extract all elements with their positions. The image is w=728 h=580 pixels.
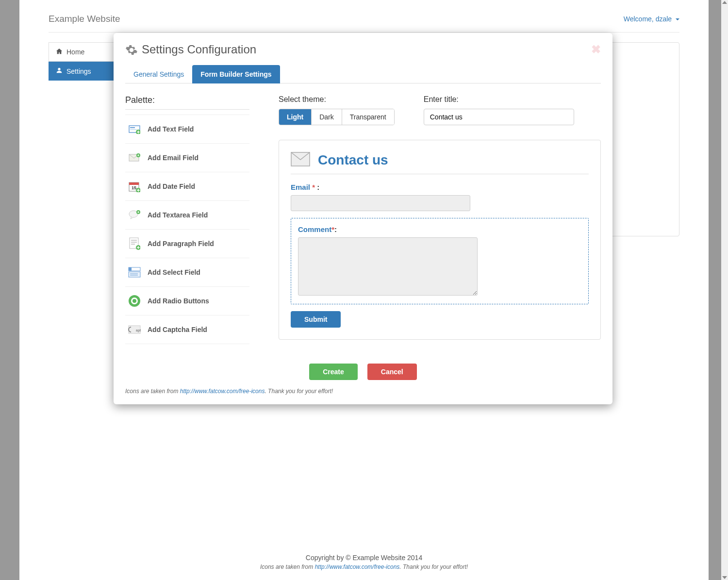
theme-light-button[interactable]: Light	[279, 109, 312, 125]
tab-form-builder-settings[interactable]: Form Builder Settings	[192, 65, 280, 83]
email-field-label: Email * :	[291, 183, 589, 191]
title-label: Enter title:	[424, 95, 574, 104]
date-field-icon: 15	[128, 180, 141, 193]
palette-item-paragraph[interactable]: Add Paragraph Field	[125, 230, 249, 258]
email-input[interactable]	[291, 195, 470, 211]
textarea-field-icon	[128, 209, 141, 221]
svg-rect-1	[130, 127, 135, 128]
theme-dark-button[interactable]: Dark	[312, 109, 342, 125]
welcome-dropdown[interactable]: Welcome, dzale	[624, 15, 679, 23]
svg-text:aptcha: aptcha	[136, 329, 141, 332]
footer-icons-link[interactable]: http://www.fatcow.com/free-icons	[315, 563, 400, 570]
caret-down-icon	[676, 18, 679, 20]
site-title: Example Website	[49, 14, 120, 24]
scroll-up-icon[interactable]	[722, 1, 727, 4]
svg-rect-7	[129, 182, 139, 185]
settings-modal: Settings Configuration ✖ General Setting…	[114, 33, 612, 404]
svg-rect-15	[129, 267, 132, 271]
submit-button[interactable]: Submit	[291, 311, 341, 328]
palette-item-date[interactable]: 15 Add Date Field	[125, 172, 249, 201]
comment-field-label: Comment*:	[298, 225, 581, 233]
scrollbar[interactable]	[721, 0, 728, 580]
tab-general-settings[interactable]: General Settings	[125, 65, 192, 83]
email-field-icon	[128, 151, 141, 164]
radio-field-icon	[128, 295, 141, 307]
palette-item-textarea[interactable]: Add Textarea Field	[125, 201, 249, 230]
comment-field-container[interactable]: Comment*:	[291, 218, 589, 304]
svg-rect-16	[129, 272, 140, 277]
background-footer: Copyright by © Example Website 2014 Icon…	[19, 554, 709, 570]
text-field-icon	[128, 123, 141, 135]
home-icon	[56, 48, 63, 56]
palette-item-text[interactable]: Add Text Field	[125, 115, 249, 144]
gear-icon	[125, 44, 137, 55]
title-input[interactable]	[424, 109, 574, 125]
theme-transparent-button[interactable]: Transparent	[342, 109, 394, 125]
svg-rect-2	[130, 129, 137, 130]
create-button[interactable]: Create	[309, 364, 358, 380]
scroll-down-icon[interactable]	[722, 576, 727, 579]
palette-item-select[interactable]: Add Select Field	[125, 258, 249, 287]
envelope-icon	[291, 152, 310, 168]
palette-item-radio[interactable]: Add Radio Buttons	[125, 287, 249, 315]
theme-label: Select theme:	[279, 95, 395, 104]
palette-item-captcha[interactable]: aptcha Add Captcha Field	[125, 315, 249, 344]
user-icon	[56, 67, 63, 75]
captcha-field-icon: aptcha	[128, 323, 141, 336]
modal-footnote: Icons are taken from http://www.fatcow.c…	[125, 388, 601, 395]
modal-tabs: General Settings Form Builder Settings	[125, 65, 601, 83]
theme-button-group: Light Dark Transparent	[279, 109, 395, 125]
form-preview-title: Contact us	[318, 152, 388, 168]
palette-list: Add Text Field Add Email Field 15 Add Da…	[125, 115, 249, 344]
comment-textarea[interactable]	[298, 237, 478, 296]
cancel-button[interactable]: Cancel	[367, 364, 417, 380]
modal-title: Settings Configuration	[142, 43, 256, 56]
paragraph-field-icon	[128, 237, 141, 250]
form-preview: Contact us Email * : Comment*: Submit	[279, 140, 601, 340]
icons-link[interactable]: http://www.fatcow.com/free-icons	[180, 388, 265, 395]
palette-heading: Palette:	[125, 95, 249, 110]
close-icon[interactable]: ✖	[591, 43, 601, 56]
palette-item-email[interactable]: Add Email Field	[125, 144, 249, 172]
select-field-icon	[128, 266, 141, 279]
svg-text:15: 15	[132, 185, 136, 190]
svg-point-19	[132, 299, 136, 303]
